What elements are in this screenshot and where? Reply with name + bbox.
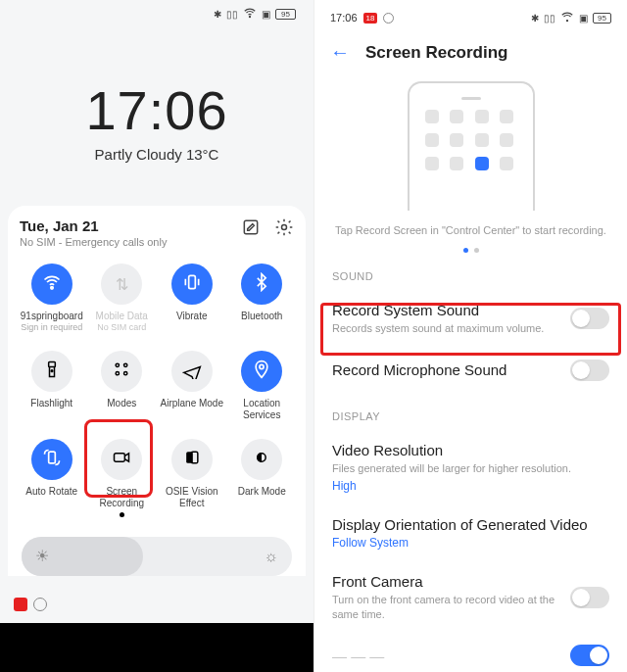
recording-indicator <box>14 598 47 611</box>
svg-point-17 <box>567 21 568 22</box>
qs-osie[interactable]: OSIE Vision Effect <box>160 435 224 521</box>
qs-vibrate[interactable]: Vibrate <box>160 260 224 337</box>
location-icon <box>252 360 271 383</box>
screen-recording-settings: 17:06 18 ✱ ▯▯ ▣ 95 ← Screen Recording Ta… <box>314 0 627 672</box>
osie-icon <box>182 448 202 471</box>
mobile-data-icon: ⇅ <box>116 275 128 294</box>
qs-dark-mode[interactable]: Dark Mode <box>230 435 295 521</box>
lock-screen-quick-settings: ✱ ▯▯ ▣ 95 17:06 Partly Cloudy 13°C Tue, … <box>0 0 314 672</box>
flashlight-icon <box>42 360 62 383</box>
highlight-screen-recording <box>84 419 153 498</box>
back-arrow-icon[interactable]: ← <box>330 41 350 64</box>
hint-text: Tap Record Screen in "Control Center" to… <box>335 224 606 236</box>
status-bar: 17:06 18 ✱ ▯▯ ▣ 95 <box>314 10 627 25</box>
svg-point-10 <box>124 371 127 374</box>
svg-point-2 <box>282 225 287 230</box>
bluetooth-icon: ✱ <box>531 13 539 24</box>
quick-settings-panel: Tue, Jan 21 No SIM - Emergency calls onl… <box>8 206 306 576</box>
sim-status: No SIM - Emergency calls only <box>20 236 167 248</box>
svg-point-9 <box>116 371 119 374</box>
qs-modes[interactable]: Modes <box>90 347 155 425</box>
preview-section: Tap Record Screen in "Control Center" to… <box>314 81 627 253</box>
qs-wifi[interactable]: 91springboard Sign in required <box>20 260 84 337</box>
gear-icon[interactable] <box>274 217 294 241</box>
battery-icon: 95 <box>593 13 611 24</box>
toggle-front-camera[interactable] <box>570 587 609 608</box>
status-bar: ✱ ▯▯ ▣ 95 <box>214 6 296 22</box>
svg-rect-12 <box>48 452 55 463</box>
recording-badge-icon <box>14 598 27 611</box>
qs-airplane[interactable]: Airplane Mode <box>160 347 224 425</box>
edit-icon[interactable] <box>241 217 261 241</box>
qs-mobile-data[interactable]: ⇅ Mobile Data No SIM card <box>90 260 155 337</box>
svg-point-6 <box>51 370 53 372</box>
titlebar: ← Screen Recording <box>314 41 627 64</box>
stop-indicator-icon <box>383 13 394 24</box>
cast-icon: ▣ <box>579 13 588 24</box>
brightness-slider[interactable]: ☀ ☼ <box>22 537 292 576</box>
pagination-dots <box>463 248 479 253</box>
darkmode-icon <box>252 448 271 471</box>
section-header-sound: SOUND <box>314 253 627 290</box>
cast-icon: ▣ <box>262 9 270 20</box>
stop-indicator-icon <box>33 598 47 611</box>
wifi-icon <box>560 10 574 25</box>
preview-phone-icon <box>408 81 535 211</box>
svg-rect-5 <box>48 361 55 366</box>
status-time: 17:06 <box>330 12 358 24</box>
page-title: Screen Recording <box>365 43 508 63</box>
panel-date: Tue, Jan 21 <box>20 217 167 234</box>
battery-icon: 95 <box>275 9 296 20</box>
setting-record-taps-partial[interactable]: — — — <box>314 633 627 666</box>
lock-clock: 17:06 Partly Cloudy 13°C <box>0 78 314 163</box>
clock-time: 17:06 <box>0 78 314 142</box>
bluetooth-icon: ✱ <box>214 9 221 20</box>
vibrate-icon: ▯▯ <box>226 9 238 20</box>
toggle-record-mic[interactable] <box>570 360 609 381</box>
svg-point-3 <box>51 287 54 290</box>
wifi-icon <box>243 6 257 22</box>
highlight-record-system-sound <box>320 303 621 356</box>
setting-video-resolution[interactable]: Video Resolution Files generated will be… <box>314 430 627 504</box>
status-badge: 18 <box>363 13 378 24</box>
svg-point-8 <box>124 363 127 366</box>
qs-location[interactable]: Location Services <box>230 347 295 425</box>
vibrate-icon: ▯▯ <box>544 13 555 24</box>
qs-flashlight[interactable]: Flashlight <box>20 347 84 425</box>
wifi-icon <box>42 272 62 296</box>
svg-point-11 <box>260 364 264 368</box>
nav-bar-area <box>0 623 314 672</box>
vibrate-icon <box>182 272 202 296</box>
brightness-low-icon: ☀ <box>35 547 49 565</box>
setting-front-camera[interactable]: Front Camera Turn on the front camera to… <box>314 561 627 634</box>
rotate-icon <box>42 448 62 471</box>
airplane-icon <box>182 360 202 383</box>
qs-auto-rotate[interactable]: Auto Rotate <box>20 435 84 521</box>
qs-bluetooth[interactable]: Bluetooth <box>230 260 295 337</box>
weather-text: Partly Cloudy 13°C <box>0 146 314 163</box>
quick-settings-grid: 91springboard Sign in required ⇅ Mobile … <box>20 260 294 521</box>
brightness-high-icon: ☼ <box>264 548 278 565</box>
setting-orientation[interactable]: Display Orientation of Generated Video F… <box>314 504 627 561</box>
bluetooth-icon <box>252 272 271 296</box>
section-header-display: DISPLAY <box>314 393 627 430</box>
svg-rect-4 <box>188 275 195 288</box>
svg-rect-1 <box>244 220 257 233</box>
toggle-record-taps[interactable] <box>570 645 609 666</box>
svg-point-7 <box>116 363 119 366</box>
modes-icon <box>112 360 131 383</box>
svg-point-0 <box>250 17 251 18</box>
